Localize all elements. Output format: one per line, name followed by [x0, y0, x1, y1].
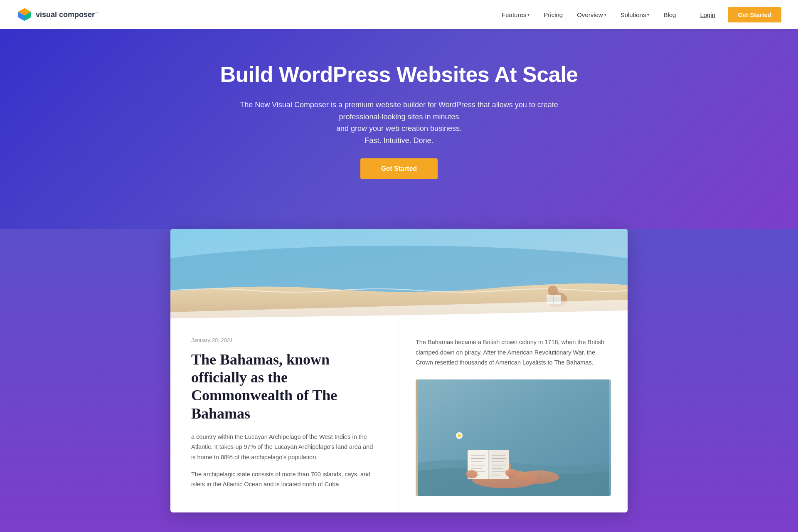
- overview-chevron-icon: ▾: [604, 12, 606, 17]
- article-card: January 20, 2021 The Bahamas, known offi…: [170, 229, 628, 512]
- article-right-column: The Bahamas became a British crown colon…: [399, 320, 628, 512]
- logo-wordmark: visual composer™: [36, 10, 99, 19]
- logo-icon: [17, 7, 32, 22]
- logo[interactable]: visual composer™: [17, 7, 99, 22]
- nav-solutions[interactable]: Solutions ▾: [615, 8, 655, 22]
- content-section: January 20, 2021 The Bahamas, known offi…: [0, 229, 798, 532]
- svg-point-38: [458, 434, 461, 437]
- navbar: visual composer™ Features ▾ Pricing Over…: [0, 0, 798, 29]
- hero-subtitle: The New Visual Composer is a premium web…: [237, 99, 561, 147]
- nav-overview[interactable]: Overview ▾: [571, 8, 612, 22]
- article-body: a country within the Lucayan Archipelago…: [191, 432, 378, 490]
- svg-point-8: [548, 286, 558, 296]
- nav-blog[interactable]: Blog: [658, 8, 682, 22]
- hero-section: Build WordPress Websites At Scale The Ne…: [0, 29, 798, 229]
- svg-point-36: [505, 469, 517, 477]
- nav-pricing[interactable]: Pricing: [538, 8, 569, 22]
- article-date: January 20, 2021: [191, 337, 378, 343]
- svg-point-16: [517, 470, 559, 484]
- nav-features[interactable]: Features ▾: [496, 8, 535, 22]
- article-inline-image: [416, 379, 611, 496]
- article-header-image: [170, 229, 628, 320]
- nav-menu: Features ▾ Pricing Overview ▾ Solutions …: [496, 8, 682, 22]
- hero-title: Build WordPress Websites At Scale: [8, 62, 790, 87]
- nav-cta-button[interactable]: Get Started: [728, 7, 781, 22]
- article-excerpt: The Bahamas became a British crown colon…: [416, 337, 611, 368]
- login-link[interactable]: Login: [694, 8, 721, 22]
- article-title: The Bahamas, known officially as the Com…: [191, 351, 378, 423]
- features-chevron-icon: ▾: [527, 12, 530, 17]
- hero-cta-button[interactable]: Get Started: [360, 158, 438, 179]
- solutions-chevron-icon: ▾: [647, 12, 649, 17]
- article-left-column: January 20, 2021 The Bahamas, known offi…: [170, 320, 399, 512]
- svg-point-35: [466, 470, 478, 478]
